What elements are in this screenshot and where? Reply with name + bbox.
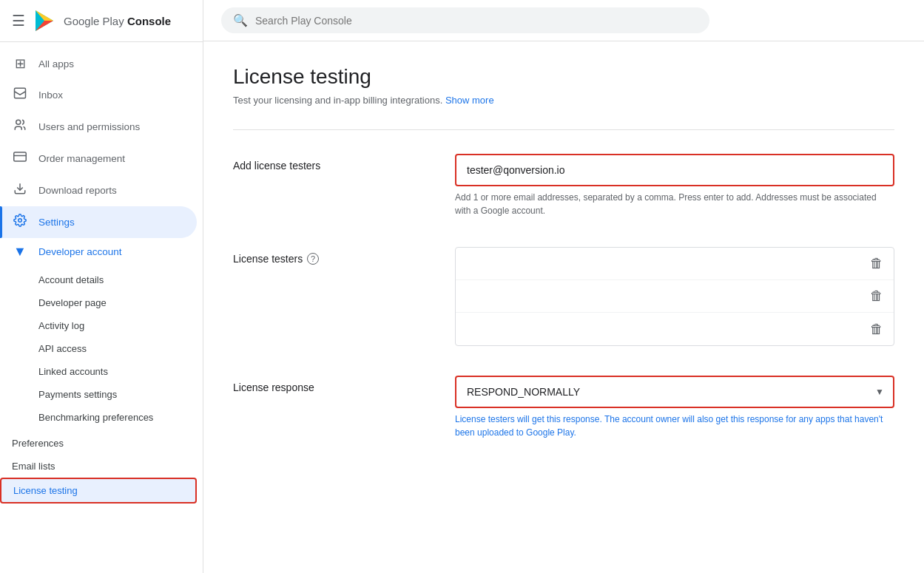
sidebar-header: ☰ Google Play Console bbox=[0, 0, 203, 42]
page-subtitle: Test your licensing and in-app billing i… bbox=[233, 95, 894, 106]
license-response-hint: License testers will get this response. … bbox=[455, 413, 894, 439]
sidebar-item-activity-log[interactable]: Activity log bbox=[0, 314, 197, 337]
svg-rect-6 bbox=[14, 152, 27, 161]
sidebar-item-users-permissions[interactable]: Users and permissions bbox=[0, 111, 197, 143]
sidebar-item-inbox[interactable]: Inbox bbox=[0, 79, 197, 111]
developer-account-label: Developer account bbox=[38, 246, 122, 257]
tester-row: 🗑 bbox=[456, 313, 894, 345]
add-testers-label-col: Add license testers bbox=[233, 154, 425, 217]
add-testers-section: Add license testers Add 1 or more email … bbox=[233, 154, 894, 217]
tester-row: 🗑 bbox=[456, 248, 894, 280]
order-management-icon bbox=[12, 150, 28, 167]
sidebar-item-benchmarking[interactable]: Benchmarking preferences bbox=[0, 406, 197, 429]
sidebar-item-email-lists[interactable]: Email lists bbox=[0, 455, 197, 478]
sidebar-navigation: ⊞ All apps Inbox Users and permissions O… bbox=[0, 42, 203, 509]
add-testers-label: Add license testers bbox=[233, 160, 425, 172]
sidebar-item-license-testing[interactable]: License testing bbox=[0, 478, 197, 504]
license-testers-label: License testers ? bbox=[233, 253, 425, 265]
settings-icon bbox=[12, 214, 28, 231]
search-icon: 🔍 bbox=[233, 13, 248, 27]
sidebar-developer-account[interactable]: ▼ Developer account bbox=[0, 238, 197, 265]
license-response-label-col: License response bbox=[233, 376, 425, 439]
license-testers-help-icon[interactable]: ? bbox=[307, 253, 319, 265]
sidebar-item-all-apps-label: All apps bbox=[38, 58, 74, 69]
add-testers-control-col: Add 1 or more email addresses, separated… bbox=[455, 154, 894, 217]
svg-point-9 bbox=[18, 219, 22, 223]
delete-tester-2-icon[interactable]: 🗑 bbox=[870, 288, 883, 304]
sidebar-item-inbox-label: Inbox bbox=[38, 89, 63, 101]
sidebar-item-download-label: Download reports bbox=[38, 185, 117, 196]
sidebar-item-payments-settings[interactable]: Payments settings bbox=[0, 383, 197, 406]
license-response-select[interactable]: RESPOND_NORMALLY LICENSED NOT_LICENSED L… bbox=[455, 376, 894, 408]
users-icon bbox=[12, 118, 28, 135]
license-response-section: License response RESPOND_NORMALLY LICENS… bbox=[233, 376, 894, 439]
license-response-label: License response bbox=[233, 382, 425, 393]
tester-row: 🗑 bbox=[456, 280, 894, 313]
all-apps-icon: ⊞ bbox=[12, 55, 28, 72]
google-play-logo bbox=[33, 9, 56, 33]
inbox-icon bbox=[12, 87, 28, 104]
page-title: License testing bbox=[233, 65, 894, 89]
sidebar-item-settings-label: Settings bbox=[38, 217, 75, 228]
hamburger-icon[interactable]: ☰ bbox=[12, 12, 25, 30]
developer-account-submenu: Account details Developer page Activity … bbox=[0, 265, 203, 432]
add-testers-hint: Add 1 or more email addresses, separated… bbox=[455, 191, 894, 217]
sidebar-item-preferences[interactable]: Preferences bbox=[0, 432, 197, 455]
app-title: Google Play Console bbox=[64, 15, 171, 27]
delete-tester-1-icon[interactable]: 🗑 bbox=[870, 256, 883, 271]
sidebar-item-users-label: Users and permissions bbox=[38, 121, 140, 132]
sidebar-item-order-label: Order management bbox=[38, 153, 125, 164]
license-testers-box: 🗑 🗑 🗑 bbox=[455, 247, 894, 346]
chevron-down-icon: ▼ bbox=[12, 244, 28, 260]
svg-rect-4 bbox=[15, 88, 26, 98]
delete-tester-3-icon[interactable]: 🗑 bbox=[870, 322, 883, 337]
license-testers-section: License testers ? 🗑 🗑 🗑 bbox=[233, 247, 894, 346]
download-icon bbox=[12, 182, 28, 199]
add-testers-input[interactable] bbox=[455, 154, 894, 186]
section-divider bbox=[233, 129, 894, 130]
sidebar-item-developer-page[interactable]: Developer page bbox=[0, 291, 197, 314]
show-more-link[interactable]: Show more bbox=[445, 95, 494, 106]
main-content: 🔍 License testing Test your licensing an… bbox=[203, 0, 924, 573]
sidebar-item-all-apps[interactable]: ⊞ All apps bbox=[0, 48, 197, 79]
sidebar-item-api-access[interactable]: API access bbox=[0, 337, 197, 360]
sidebar-item-download-reports[interactable]: Download reports bbox=[0, 174, 197, 206]
sidebar-item-linked-accounts[interactable]: Linked accounts bbox=[0, 360, 197, 383]
sidebar: ☰ Google Play Console ⊞ All apps Inbox bbox=[0, 0, 203, 573]
sidebar-item-order-management[interactable]: Order management bbox=[0, 143, 197, 174]
sidebar-item-settings[interactable]: Settings bbox=[0, 206, 197, 238]
page-content: License testing Test your licensing and … bbox=[203, 41, 924, 492]
license-response-select-wrapper: RESPOND_NORMALLY LICENSED NOT_LICENSED L… bbox=[455, 376, 894, 408]
sidebar-item-account-details[interactable]: Account details bbox=[0, 268, 197, 291]
svg-point-5 bbox=[16, 120, 21, 124]
license-testers-label-col: License testers ? bbox=[233, 247, 425, 346]
search-bar[interactable]: 🔍 bbox=[221, 7, 709, 33]
license-response-control-col: RESPOND_NORMALLY LICENSED NOT_LICENSED L… bbox=[455, 376, 894, 439]
search-input[interactable] bbox=[255, 15, 698, 27]
license-testers-control-col: 🗑 🗑 🗑 bbox=[455, 247, 894, 346]
topbar: 🔍 bbox=[203, 0, 924, 41]
